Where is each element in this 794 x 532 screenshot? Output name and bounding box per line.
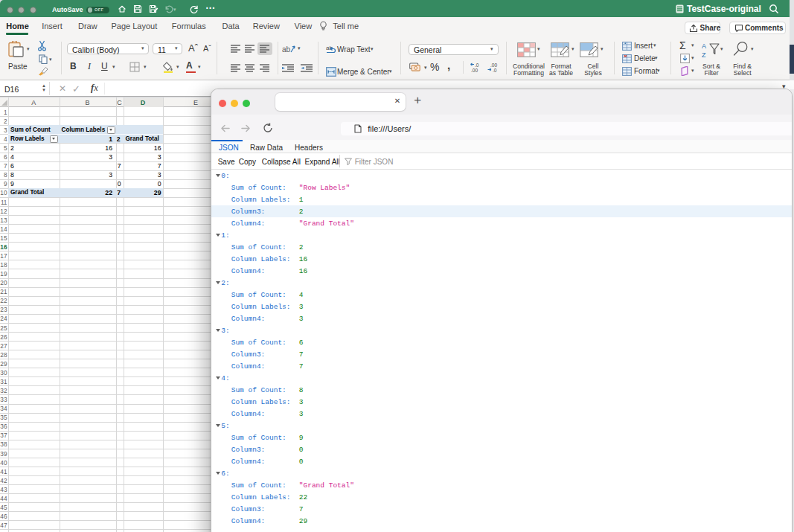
svg-text:ab: ab [282,45,291,54]
svg-text:Z: Z [702,51,706,59]
svg-text:.0: .0 [493,68,497,73]
svg-text:A: A [702,42,706,50]
svg-text:.00: .00 [471,68,478,73]
